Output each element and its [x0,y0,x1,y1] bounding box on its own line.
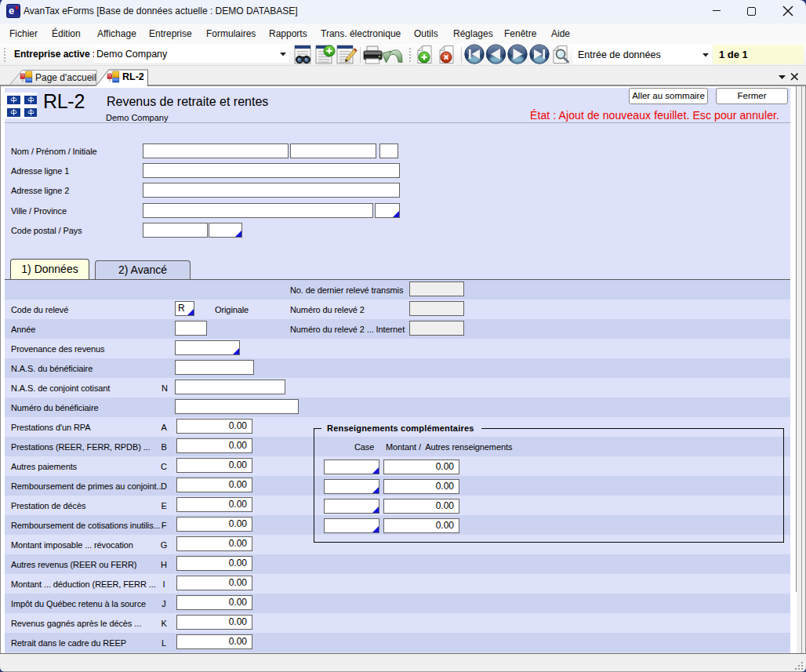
svg-text:e: e [9,5,14,16]
